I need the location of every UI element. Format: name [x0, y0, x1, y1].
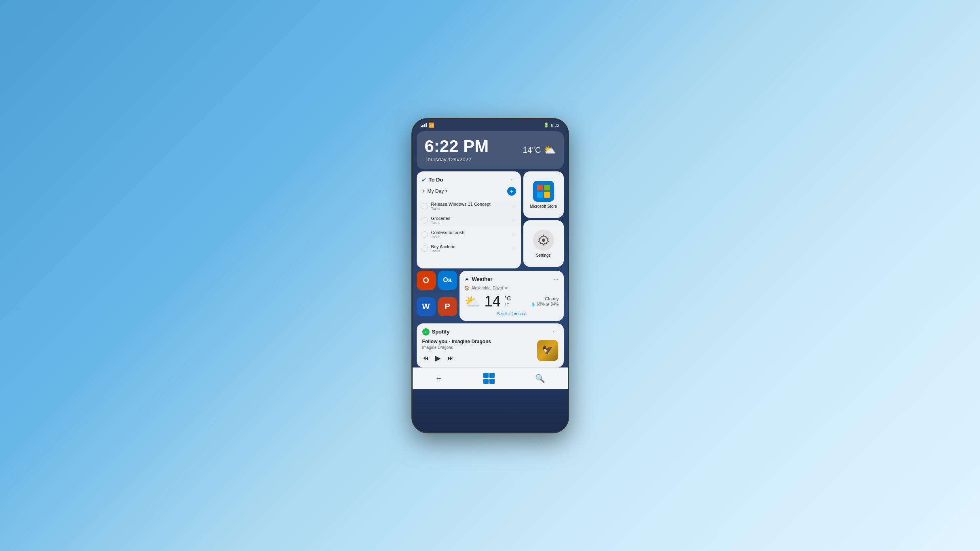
weather-humidity: 💧 69% ◉ 34% [531, 302, 558, 306]
word-letter: W [422, 302, 430, 311]
weather-header: ☀ Weather ··· [464, 276, 559, 283]
spotify-album-art: 🦅 [537, 340, 558, 361]
weather-forecast-link[interactable]: See full forecast [464, 312, 559, 316]
weather-mini-temp: 14°C [523, 146, 541, 155]
weather-mini-icon: ⛅ [544, 144, 556, 156]
status-left: 📶 [421, 122, 434, 128]
weather-location: 🏠 Alexandria, Egypt ✏ [464, 285, 559, 291]
settings-widget[interactable]: Settings [523, 220, 564, 267]
task-list-3: Tasks [431, 249, 512, 253]
status-time: 6:22 [551, 123, 559, 128]
spotify-controls: ⏮ ▶ ⏭ [422, 354, 532, 363]
phone-device: 📶 🔋 6:22 6:22 PM Thursday 12/5/2022 14°C… [411, 118, 569, 433]
spotify-artist: Imagine Dragons [422, 345, 532, 350]
signal-bars-icon [421, 123, 427, 127]
microsoft-store-widget[interactable]: Microsoft Store [523, 171, 564, 218]
ms-blue-cell [537, 192, 543, 198]
status-bar: 📶 🔋 6:22 [413, 119, 568, 130]
office-o-letter: O [423, 276, 429, 285]
nav-back-button[interactable]: ← [430, 372, 448, 384]
weather-mini: 14°C ⛅ [523, 144, 556, 156]
status-right: 🔋 6:22 [544, 122, 559, 128]
spotify-song: Follow you - Imagine Dragons [422, 339, 532, 344]
myday-chevron-icon: ▾ [445, 189, 447, 193]
settings-label: Settings [536, 253, 550, 258]
location-home-icon: 🏠 [464, 285, 470, 291]
win-cell-br [489, 379, 495, 384]
task-checkbox-2[interactable] [422, 231, 428, 238]
nav-bar: ← 🔍 [413, 367, 568, 389]
gear-svg-icon [537, 234, 550, 247]
spotify-next-button[interactable]: ⏭ [447, 355, 454, 362]
spotify-logo-icon: ♪ [425, 329, 427, 334]
microsoft-store-icon [533, 181, 554, 202]
task-info-1: Groceries Tasks [431, 216, 512, 225]
battery-icon: 🔋 [544, 122, 549, 128]
svg-point-0 [542, 239, 545, 242]
phone-screen: 📶 🔋 6:22 6:22 PM Thursday 12/5/2022 14°C… [413, 119, 568, 432]
weather-location-text: Alexandria, Egypt [472, 286, 503, 290]
spotify-content: Follow you - Imagine Dragons Imagine Dra… [422, 339, 558, 363]
ms-red-cell [537, 185, 543, 191]
spotify-header: ♪ Spotify ··· [422, 328, 558, 336]
spotify-play-button[interactable]: ▶ [435, 354, 441, 363]
task-star-3[interactable]: ☆ [512, 246, 516, 251]
office-app-icon[interactable]: O [417, 271, 436, 290]
location-edit-icon[interactable]: ✏ [505, 286, 508, 290]
task-checkbox-3[interactable] [422, 245, 428, 252]
outlook-letter: Oa [443, 277, 451, 284]
todo-title-row: ✔ To Do [422, 177, 443, 183]
task-star-0[interactable]: ☆ [512, 203, 516, 209]
nav-search-button[interactable]: 🔍 [530, 372, 550, 385]
myday-add-button[interactable]: + [507, 187, 516, 196]
todo-title: To Do [429, 177, 443, 183]
spotify-album-icon: 🦅 [542, 345, 553, 356]
task-list-1: Tasks [431, 221, 512, 225]
todo-widget: ✔ To Do ··· ☀ My Day ▾ + [417, 171, 521, 268]
ms-yellow-cell [544, 192, 550, 198]
task-info-2: Confess to crush Tasks [431, 230, 512, 239]
weather-condition: Cloudy [531, 296, 558, 301]
task-list-2: Tasks [431, 235, 512, 239]
weather-title: Weather [472, 276, 493, 282]
task-name-0: Release Windows 11 Concept [431, 202, 512, 207]
spotify-title: Spotify [432, 329, 450, 335]
win-cell-tr [489, 373, 495, 378]
spotify-more-button[interactable]: ··· [552, 328, 558, 336]
win-cell-bl [483, 379, 489, 384]
task-star-2[interactable]: ☆ [512, 232, 516, 237]
nav-windows-button[interactable] [483, 373, 495, 384]
myday-sun-icon: ☀ [422, 188, 426, 194]
task-checkbox-1[interactable] [422, 217, 428, 224]
task-star-1[interactable]: ☆ [512, 217, 516, 223]
weather-main-row: ⛅ 14 °C °F Cloudy 💧 69% ◉ 34% [464, 294, 559, 309]
win-cell-tl [483, 373, 489, 378]
spotify-icon: ♪ [422, 328, 430, 336]
weather-more-button[interactable]: ··· [553, 276, 558, 283]
task-item: Release Windows 11 Concept Tasks ☆ [422, 199, 516, 213]
todo-check-icon: ✔ [422, 177, 426, 183]
myday-label: My Day [428, 188, 444, 194]
outlook-app-icon[interactable]: Oa [438, 271, 457, 290]
current-date: Thursday 12/5/2022 [425, 156, 489, 163]
weather-temp-big: 14 [485, 294, 501, 309]
spotify-info: Follow you - Imagine Dragons Imagine Dra… [422, 339, 532, 363]
task-item: Groceries Tasks ☆ [422, 213, 516, 227]
time-display: 6:22 PM Thursday 12/5/2022 [425, 138, 489, 163]
todo-more-button[interactable]: ··· [510, 176, 516, 184]
office-grid: O Oa W P [417, 271, 457, 321]
ppt-app-icon[interactable]: P [438, 297, 457, 316]
task-checkbox-0[interactable] [422, 203, 428, 209]
task-list-0: Tasks [431, 207, 512, 211]
weather-cloud-icon: ⛅ [464, 294, 481, 309]
myday-left: ☀ My Day ▾ [422, 188, 448, 194]
task-name-3: Buy Accleric [431, 244, 512, 249]
weather-unit-cf: °C °F [505, 295, 511, 308]
time-weather-section: 6:22 PM Thursday 12/5/2022 14°C ⛅ [417, 131, 564, 169]
spotify-prev-button[interactable]: ⏮ [422, 355, 429, 362]
weather-unit-f: °F [505, 302, 511, 308]
word-app-icon[interactable]: W [417, 297, 436, 316]
myday-row: ☀ My Day ▾ + [422, 187, 516, 196]
microsoft-store-label: Microsoft Store [530, 204, 557, 209]
side-widgets: Microsoft Store Settings [523, 171, 564, 268]
